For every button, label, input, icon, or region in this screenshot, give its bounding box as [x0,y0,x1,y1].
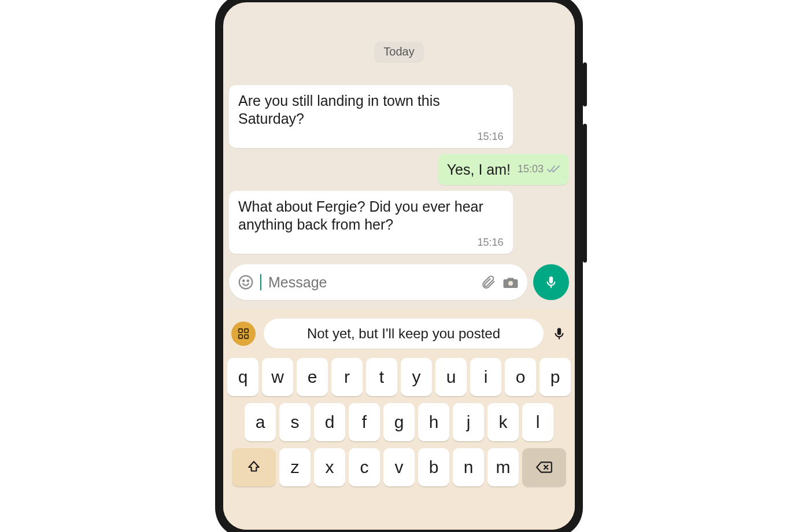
key-e[interactable]: e [297,358,328,396]
read-ticks-icon [547,165,561,174]
text-caret [260,274,261,290]
predictive-suggestion[interactable]: Not yet, but I'll keep you posted [264,319,544,349]
key-t[interactable]: t [366,358,397,396]
key-x[interactable]: x [314,448,345,486]
sticker-grid-icon[interactable] [231,322,256,346]
key-h[interactable]: h [418,403,449,441]
key-y[interactable]: y [401,358,432,396]
message-incoming[interactable]: Are you still landing in town this Satur… [229,85,513,148]
camera-icon[interactable] [502,274,519,291]
svg-rect-5 [245,329,248,332]
message-outgoing[interactable]: Yes, I am! 15:03 [438,154,569,186]
message-composer [223,261,575,309]
message-time: 15:03 [518,163,544,176]
key-a[interactable]: a [245,403,276,441]
svg-point-0 [239,276,253,289]
key-z[interactable]: z [279,448,311,486]
attach-icon[interactable] [480,274,496,290]
key-q[interactable]: q [227,358,258,396]
key-p[interactable]: p [540,358,571,396]
keyboard-row-1: qwertyuiop [228,358,570,396]
key-s[interactable]: s [279,403,311,441]
message-text: What about Fergie? Did you ever hear any… [238,198,504,233]
chat-scroll[interactable]: Today Are you still landing in town this… [223,2,575,261]
backspace-key[interactable] [522,448,566,486]
svg-point-2 [247,280,249,282]
key-n[interactable]: n [453,448,484,486]
suggestion-bar: Not yet, but I'll keep you posted [231,319,567,349]
svg-point-3 [508,281,513,286]
message-time: 15:16 [478,237,504,249]
key-b[interactable]: b [418,448,449,486]
phone-frame: Today Are you still landing in town this… [215,0,583,532]
virtual-keyboard: Not yet, but I'll keep you posted qwerty… [223,309,575,530]
chat-screen: Today Are you still landing in town this… [223,2,575,530]
date-separator: Today [374,42,423,62]
keyboard-mic-icon[interactable] [552,326,567,341]
message-input-field[interactable] [229,264,527,300]
shift-key[interactable] [232,448,276,486]
svg-rect-7 [245,335,248,338]
emoji-icon[interactable] [237,274,254,291]
key-m[interactable]: m [487,448,519,486]
svg-rect-4 [239,329,242,332]
key-f[interactable]: f [349,403,380,441]
key-w[interactable]: w [262,358,293,396]
key-k[interactable]: k [487,403,519,441]
svg-point-1 [243,280,245,282]
key-o[interactable]: o [505,358,536,396]
key-g[interactable]: g [383,403,415,441]
message-input[interactable] [267,274,474,291]
message-text: Are you still landing in town this Satur… [238,92,504,127]
key-d[interactable]: d [314,403,345,441]
keyboard-row-3: zxcvbnm [228,448,570,486]
key-l[interactable]: l [522,403,553,441]
key-j[interactable]: j [453,403,484,441]
key-r[interactable]: r [331,358,363,396]
key-u[interactable]: u [435,358,467,396]
key-i[interactable]: i [470,358,501,396]
keyboard-row-2: asdfghjkl [228,403,570,441]
message-incoming[interactable]: What about Fergie? Did you ever hear any… [229,191,513,254]
voice-record-button[interactable] [533,264,569,300]
key-c[interactable]: c [349,448,380,486]
svg-rect-6 [239,335,242,338]
message-text: Yes, I am! [447,161,511,179]
key-v[interactable]: v [383,448,415,486]
message-time: 15:16 [478,131,504,143]
